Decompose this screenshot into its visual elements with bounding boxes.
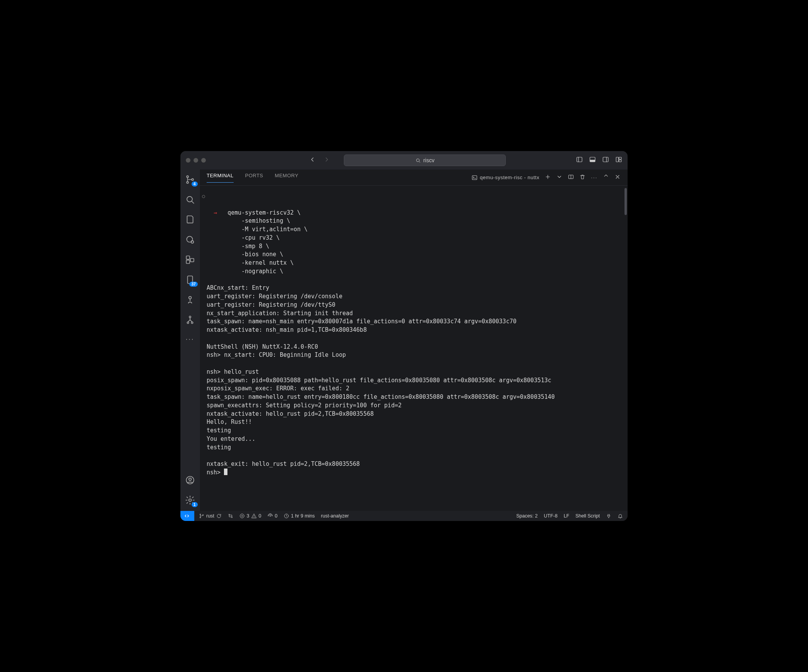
activity-explorer[interactable] bbox=[185, 214, 195, 225]
layout-panel-icon[interactable] bbox=[589, 156, 596, 165]
traffic-close[interactable] bbox=[186, 158, 190, 163]
out-08: nsh> nx_start: CPU0: Beginning Idle Loop bbox=[207, 351, 346, 358]
editor-window: riscv 4 bbox=[180, 151, 628, 521]
cmd-l1 bbox=[217, 209, 227, 216]
remote-indicator[interactable] bbox=[180, 511, 194, 521]
terminal-icon bbox=[471, 175, 478, 181]
command-center-search[interactable]: riscv bbox=[344, 155, 506, 166]
terminal-dropdown-icon[interactable] bbox=[556, 174, 562, 181]
activity-bar: 4 37 ··· bbox=[180, 170, 200, 511]
layout-customize-icon[interactable] bbox=[615, 156, 622, 165]
status-git-compare[interactable] bbox=[228, 513, 233, 519]
out-18: testing bbox=[207, 444, 231, 451]
tab-memory[interactable]: MEMORY bbox=[275, 173, 298, 182]
svg-rect-25 bbox=[472, 175, 477, 180]
svg-point-23 bbox=[189, 478, 191, 481]
status-lsp[interactable]: rust-analyzer bbox=[321, 513, 349, 519]
new-terminal-icon[interactable] bbox=[545, 174, 551, 181]
cmd-line-1: qemu-system-riscv32 \ bbox=[227, 209, 301, 216]
titlebar: riscv bbox=[180, 151, 628, 170]
time-text: 1 hr 9 mins bbox=[291, 513, 315, 519]
out-10: posix_spawn: pid=0x80035088 path=hello_r… bbox=[207, 377, 551, 384]
radio-count: 0 bbox=[275, 513, 278, 519]
panel-area: TERMINAL PORTS MEMORY qemu-system-risc -… bbox=[200, 170, 628, 511]
activity-extensions[interactable] bbox=[185, 254, 195, 265]
svg-rect-3 bbox=[590, 160, 595, 162]
layout-sidebar-left-icon[interactable] bbox=[576, 156, 583, 165]
error-count: 3 bbox=[247, 513, 249, 519]
svg-point-24 bbox=[189, 499, 191, 502]
radio-tower-icon bbox=[268, 513, 273, 519]
error-icon bbox=[239, 513, 245, 519]
terminal-picker[interactable]: qemu-system-risc - nuttx bbox=[471, 175, 539, 181]
status-ports[interactable]: 0 bbox=[268, 513, 278, 519]
search-icon bbox=[415, 158, 421, 163]
svg-rect-14 bbox=[186, 256, 190, 259]
activity-more[interactable]: ··· bbox=[185, 334, 194, 343]
out-20: nsh> bbox=[207, 469, 224, 476]
terminal-scrollbar[interactable] bbox=[625, 188, 627, 215]
cmd-line-5 bbox=[207, 243, 227, 250]
activity-gitlens[interactable] bbox=[185, 294, 195, 305]
activity-folder[interactable]: 37 bbox=[185, 274, 195, 285]
activity-settings[interactable]: 1 bbox=[185, 495, 195, 506]
out-11: nxposix_spawn_exec: ERROR: exec failed: … bbox=[207, 385, 349, 392]
terminal-content[interactable]: → qemu-system-riscv32 \ -semihosting \ -… bbox=[200, 186, 628, 511]
window-traffic-lights[interactable] bbox=[186, 158, 213, 163]
out-12: task_spawn: name=hello_rust entry=0x8001… bbox=[207, 393, 555, 400]
branch-icon bbox=[199, 513, 204, 519]
activity-lens[interactable] bbox=[185, 234, 195, 245]
split-terminal-icon[interactable] bbox=[568, 174, 574, 181]
activity-search[interactable] bbox=[185, 194, 195, 205]
status-time[interactable]: 1 hr 9 mins bbox=[284, 513, 315, 519]
traffic-minimize[interactable] bbox=[194, 158, 198, 163]
terminal-cursor bbox=[224, 469, 227, 475]
scm-badge: 4 bbox=[192, 181, 198, 186]
lsp-name: rust-analyzer bbox=[321, 513, 349, 519]
branch-name: rust bbox=[206, 513, 214, 519]
cmd-line-3 bbox=[207, 226, 227, 233]
status-plug-icon[interactable] bbox=[606, 513, 611, 519]
status-problems[interactable]: 3 0 bbox=[239, 513, 261, 519]
activity-accounts[interactable] bbox=[185, 475, 195, 486]
gutter-decoration bbox=[202, 195, 205, 198]
close-panel-icon[interactable] bbox=[614, 174, 621, 181]
status-spaces[interactable]: Spaces: 2 bbox=[516, 513, 538, 519]
activity-git-graph[interactable] bbox=[185, 314, 195, 325]
out-15: Hello, Rust!! bbox=[207, 418, 252, 425]
svg-rect-7 bbox=[619, 160, 621, 162]
svg-rect-4 bbox=[603, 157, 608, 162]
folder-badge: 37 bbox=[189, 282, 197, 287]
tab-ports[interactable]: PORTS bbox=[245, 173, 263, 182]
layout-sidebar-right-icon[interactable] bbox=[602, 156, 609, 165]
status-language[interactable]: Shell Script bbox=[576, 513, 600, 519]
warning-count: 0 bbox=[259, 513, 261, 519]
warning-icon bbox=[251, 513, 257, 519]
nav-back-icon[interactable] bbox=[309, 156, 316, 165]
nav-forward-icon[interactable] bbox=[323, 156, 330, 165]
svg-rect-15 bbox=[186, 260, 190, 264]
panel-tabbar: TERMINAL PORTS MEMORY qemu-system-risc -… bbox=[200, 170, 628, 186]
tab-terminal[interactable]: TERMINAL bbox=[207, 173, 234, 183]
sync-icon[interactable] bbox=[216, 513, 222, 519]
panel-more-icon[interactable]: ··· bbox=[591, 175, 598, 180]
out-01: ABCnx_start: Entry bbox=[207, 284, 269, 291]
activity-source-control[interactable]: 4 bbox=[185, 174, 195, 185]
git-compare-icon bbox=[228, 513, 233, 519]
status-encoding[interactable]: UTF-8 bbox=[544, 513, 557, 519]
out-19: nxtask_exit: hello_rust pid=2,TCB=0x8003… bbox=[207, 460, 360, 467]
svg-point-0 bbox=[416, 159, 419, 162]
out-13: spawn_execattrs: Setting policy=2 priori… bbox=[207, 402, 402, 409]
maximize-panel-icon[interactable] bbox=[603, 174, 609, 181]
status-bell-icon[interactable] bbox=[618, 513, 623, 519]
svg-rect-1 bbox=[577, 157, 582, 162]
out-16: testing bbox=[207, 427, 231, 434]
out-06: nxtask_activate: nsh_main pid=1,TCB=0x80… bbox=[207, 326, 367, 333]
kill-terminal-icon[interactable] bbox=[579, 174, 586, 181]
clock-icon bbox=[284, 513, 289, 519]
out-05: task_spawn: name=nsh_main entry=0x80007d… bbox=[207, 318, 517, 325]
status-eol[interactable]: LF bbox=[564, 513, 569, 519]
status-branch[interactable]: rust bbox=[199, 513, 222, 519]
traffic-zoom[interactable] bbox=[201, 158, 206, 163]
search-text: riscv bbox=[423, 157, 434, 163]
